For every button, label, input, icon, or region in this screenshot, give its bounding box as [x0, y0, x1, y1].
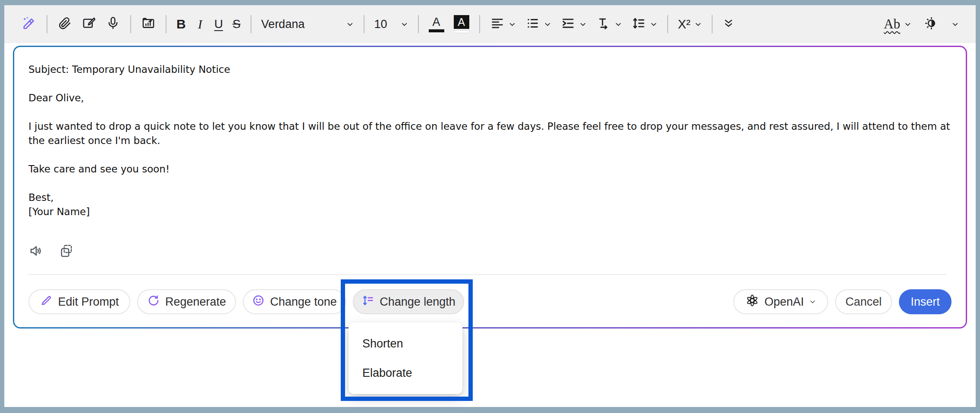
regenerate-label: Regenerate — [165, 295, 226, 309]
menu-item-shorten[interactable]: Shorten — [349, 331, 462, 357]
signature-icon — [82, 16, 96, 32]
toolbar-divider — [667, 15, 668, 33]
chevron-down-icon — [952, 21, 959, 28]
edit-prompt-pen-icon — [40, 294, 53, 310]
align-select[interactable] — [485, 11, 521, 37]
more-tools-button[interactable] — [718, 11, 739, 37]
change-tone-label: Change tone — [270, 295, 337, 309]
highlight-color-icon: A — [454, 15, 469, 33]
toolbar-divider — [364, 15, 364, 33]
attach-button[interactable] — [53, 11, 77, 37]
italic-button[interactable]: I — [191, 11, 210, 37]
line-spacing-select[interactable] — [627, 11, 662, 37]
indent-select[interactable] — [556, 11, 591, 37]
read-aloud-icon — [28, 243, 44, 259]
spellcheck-select[interactable]: Ab — [879, 11, 916, 37]
toolbar-divider — [47, 15, 47, 33]
toolbar-divider — [166, 15, 166, 33]
underline-button[interactable]: U — [210, 11, 228, 37]
font-color-icon: A — [429, 16, 444, 32]
change-length-button[interactable]: Change length — [353, 289, 464, 314]
panel-divider — [28, 274, 946, 275]
insert-button[interactable]: Insert — [899, 289, 952, 314]
formatting-toolbar: B I U S Verdana 10 A — [4, 5, 976, 43]
chevron-down-icon — [809, 298, 816, 305]
highlight-color-button[interactable]: A — [449, 11, 474, 37]
email-signature: [Your Name] — [28, 205, 952, 219]
copy-button[interactable] — [57, 242, 75, 260]
chevron-down-icon — [401, 21, 408, 28]
bold-icon: B — [176, 17, 186, 31]
display-contrast-icon — [923, 16, 938, 32]
chevron-down-icon — [694, 21, 702, 28]
voice-input-icon — [106, 16, 120, 32]
bold-button[interactable]: B — [172, 11, 191, 37]
insert-image-button[interactable] — [136, 11, 160, 37]
toolbar-divider — [479, 15, 480, 33]
menu-item-elaborate[interactable]: Elaborate — [349, 360, 462, 386]
superscript-select[interactable]: X² — [673, 11, 707, 37]
regenerate-icon — [147, 294, 160, 310]
italic-icon: I — [195, 17, 205, 31]
cancel-label: Cancel — [845, 295, 882, 309]
insert-image-icon — [141, 16, 156, 32]
toolbar-divider — [251, 15, 251, 33]
response-utility-row — [27, 242, 75, 260]
font-family-value: Verdana — [261, 18, 342, 31]
chevron-down-icon — [650, 21, 657, 28]
email-signoff: Best, — [28, 191, 952, 205]
more-tools-icon — [722, 17, 735, 31]
provider-select[interactable]: OpenAI — [733, 289, 828, 314]
toolbar-divider — [418, 15, 419, 33]
change-length-icon — [361, 294, 374, 310]
indent-icon — [561, 16, 575, 32]
change-tone-smiley-icon — [252, 294, 265, 310]
regenerate-button[interactable]: Regenerate — [137, 289, 236, 314]
openai-logo-icon — [745, 294, 759, 310]
ai-response-panel-border: Subject: Temporary Unavailability Notice… — [13, 46, 967, 329]
chevron-down-icon — [579, 21, 587, 28]
strikethrough-icon: S — [232, 17, 241, 31]
underline-icon: U — [214, 17, 223, 31]
font-family-select[interactable]: Verdana — [257, 11, 358, 37]
align-icon — [490, 16, 505, 32]
cancel-button[interactable]: Cancel — [835, 289, 892, 314]
editor-window: B I U S Verdana 10 A — [4, 5, 976, 407]
generated-email-text[interactable]: Subject: Temporary Unavailability Notice… — [28, 63, 952, 219]
insert-label: Insert — [911, 295, 940, 309]
chevron-down-icon — [615, 21, 622, 28]
chevron-down-icon — [509, 21, 516, 28]
email-greeting: Dear Olive, — [28, 91, 952, 105]
bullet-list-select[interactable] — [521, 11, 556, 37]
ai-assistant-button[interactable] — [16, 11, 41, 37]
text-direction-icon — [596, 16, 611, 32]
read-aloud-button[interactable] — [27, 242, 45, 260]
strikethrough-button[interactable]: S — [228, 11, 245, 37]
voice-input-button[interactable] — [101, 11, 125, 37]
edit-prompt-button[interactable]: Edit Prompt — [28, 289, 130, 314]
font-size-value: 10 — [374, 18, 397, 31]
line-spacing-icon — [631, 16, 646, 32]
change-tone-button[interactable]: Change tone — [243, 289, 346, 314]
ai-assistant-pen-icon — [21, 16, 37, 33]
ai-response-panel: Subject: Temporary Unavailability Notice… — [14, 47, 966, 327]
chevron-down-icon — [346, 21, 354, 28]
spellcheck-icon: Ab — [884, 16, 900, 32]
signature-button[interactable] — [77, 11, 101, 37]
text-direction-select[interactable] — [591, 11, 627, 37]
email-subject-line: Subject: Temporary Unavailability Notice — [28, 63, 952, 77]
toolbar-divider — [130, 15, 131, 33]
provider-label: OpenAI — [764, 295, 804, 309]
display-contrast-select[interactable] — [919, 11, 964, 37]
font-color-button[interactable]: A — [424, 11, 449, 37]
chevron-down-icon — [544, 21, 551, 28]
email-paragraph: I just wanted to drop a quick note to le… — [28, 119, 952, 148]
bullet-list-icon — [525, 16, 540, 32]
toolbar-divider — [712, 15, 713, 33]
edit-prompt-label: Edit Prompt — [58, 295, 119, 309]
chevron-down-icon — [904, 21, 911, 28]
font-size-select[interactable]: 10 — [370, 11, 413, 37]
superscript-icon: X² — [678, 17, 691, 31]
change-length-label: Change length — [380, 295, 455, 309]
email-closing: Take care and see you soon! — [28, 162, 952, 176]
